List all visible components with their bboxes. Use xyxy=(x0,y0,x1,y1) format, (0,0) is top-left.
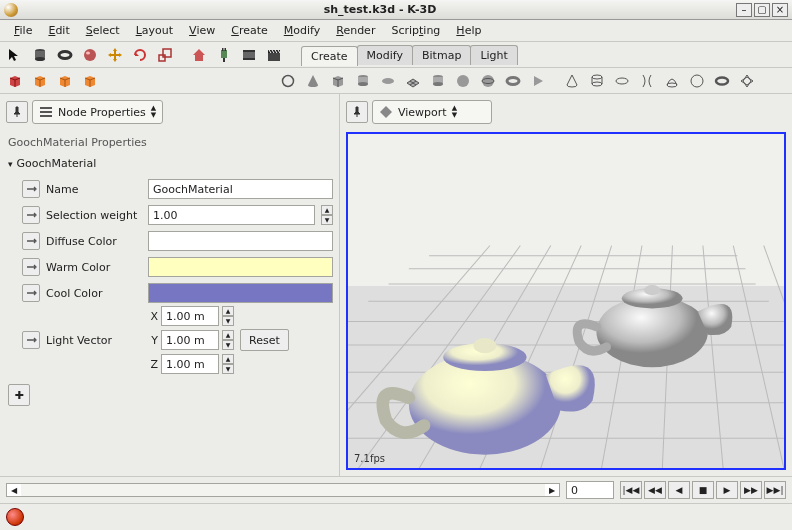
link-button[interactable] xyxy=(22,258,40,276)
viewport-dropdown[interactable]: Viewport ▲▼ xyxy=(372,100,492,124)
selection-weight-input[interactable] xyxy=(148,205,315,225)
prim-cylinder3-icon[interactable] xyxy=(586,70,608,92)
svg-point-60 xyxy=(644,285,660,295)
light-y-input[interactable] xyxy=(161,330,219,350)
diffuse-color-swatch[interactable] xyxy=(148,231,333,251)
prim-disk2-icon[interactable] xyxy=(611,70,633,92)
play-button[interactable]: ▶ xyxy=(716,481,738,499)
close-button[interactable]: × xyxy=(772,3,788,17)
menu-scripting[interactable]: Scripting xyxy=(383,22,448,39)
tab-create[interactable]: Create xyxy=(301,46,358,66)
current-frame-input[interactable] xyxy=(566,481,614,499)
pin-button[interactable] xyxy=(346,101,368,123)
link-button[interactable] xyxy=(22,232,40,250)
link-button[interactable] xyxy=(22,180,40,198)
link-button[interactable] xyxy=(22,206,40,224)
maximize-button[interactable]: ▢ xyxy=(754,3,770,17)
menu-view[interactable]: View xyxy=(181,22,223,39)
home-icon[interactable] xyxy=(188,44,210,66)
svg-point-63 xyxy=(473,338,496,353)
sphere-icon[interactable] xyxy=(79,44,101,66)
spin-down[interactable]: ▼ xyxy=(222,316,234,326)
prim-circle-icon[interactable] xyxy=(277,70,299,92)
tab-light[interactable]: Light xyxy=(470,45,517,65)
forward-end-button[interactable]: ▶▶| xyxy=(764,481,786,499)
menu-select[interactable]: Select xyxy=(78,22,128,39)
menu-layout[interactable]: Layout xyxy=(128,22,181,39)
reset-button[interactable]: Reset xyxy=(240,329,289,351)
menu-help[interactable]: Help xyxy=(448,22,489,39)
prim-cylinder-icon[interactable] xyxy=(352,70,374,92)
spin-up[interactable]: ▲ xyxy=(222,330,234,340)
record-button[interactable] xyxy=(6,508,24,526)
scroll-right-icon[interactable]: ▶ xyxy=(545,484,559,496)
prim-torus-icon[interactable] xyxy=(502,70,524,92)
name-input[interactable] xyxy=(148,179,333,199)
rotate-tool-icon[interactable] xyxy=(129,44,151,66)
prim-box-icon[interactable] xyxy=(327,70,349,92)
pin-button[interactable] xyxy=(6,101,28,123)
film-icon[interactable] xyxy=(238,44,260,66)
tree-node[interactable]: ▾ GoochMaterial xyxy=(8,157,333,170)
cube-orange-icon[interactable] xyxy=(29,70,51,92)
viewport-3d[interactable]: 7.1fps xyxy=(346,132,786,470)
prim-grid-icon[interactable] xyxy=(402,70,424,92)
cool-color-swatch[interactable] xyxy=(148,283,333,303)
menu-file[interactable]: File xyxy=(6,22,40,39)
spin-up[interactable]: ▲ xyxy=(321,205,333,215)
stop-button[interactable]: ■ xyxy=(692,481,714,499)
select-tool-icon[interactable] xyxy=(4,44,26,66)
plug-icon[interactable] xyxy=(213,44,235,66)
spin-up[interactable]: ▲ xyxy=(222,306,234,316)
menu-edit[interactable]: Edit xyxy=(40,22,77,39)
main-toolbar: Create Modify Bitmap Light xyxy=(0,42,792,68)
prim-cone2-icon[interactable] xyxy=(561,70,583,92)
play-back-button[interactable]: ◀ xyxy=(668,481,690,499)
svg-point-30 xyxy=(616,78,628,84)
svg-point-20 xyxy=(382,78,394,84)
prim-paraboloid-icon[interactable] xyxy=(661,70,683,92)
prim-cone-icon[interactable] xyxy=(302,70,324,92)
forward-button[interactable]: ▶▶ xyxy=(740,481,762,499)
prim-disk-icon[interactable] xyxy=(377,70,399,92)
move-tool-icon[interactable] xyxy=(104,44,126,66)
svg-point-2 xyxy=(35,57,45,61)
link-button[interactable] xyxy=(22,331,40,349)
tab-modify[interactable]: Modify xyxy=(357,45,413,65)
prim-cylinder2-icon[interactable] xyxy=(427,70,449,92)
cube-red-icon[interactable] xyxy=(4,70,26,92)
prim-torus2-icon[interactable] xyxy=(711,70,733,92)
menu-modify[interactable]: Modify xyxy=(276,22,328,39)
rewind-start-button[interactable]: |◀◀ xyxy=(620,481,642,499)
add-property-button[interactable]: ✚ xyxy=(8,384,30,406)
clapper-icon[interactable] xyxy=(263,44,285,66)
link-button[interactable] xyxy=(22,284,40,302)
scroll-left-icon[interactable]: ◀ xyxy=(7,484,21,496)
svg-point-32 xyxy=(691,75,703,87)
warm-color-swatch[interactable] xyxy=(148,257,333,277)
prim-sphere2-icon[interactable] xyxy=(477,70,499,92)
cube-orange2-icon[interactable] xyxy=(54,70,76,92)
prim-sphere3-icon[interactable] xyxy=(686,70,708,92)
cube-orange3-icon[interactable] xyxy=(79,70,101,92)
scale-tool-icon[interactable] xyxy=(154,44,176,66)
light-x-input[interactable] xyxy=(161,306,219,326)
prim-play-icon[interactable] xyxy=(527,70,549,92)
rewind-button[interactable]: ◀◀ xyxy=(644,481,666,499)
prim-hyperbola-icon[interactable] xyxy=(636,70,658,92)
menu-render[interactable]: Render xyxy=(328,22,383,39)
spin-down[interactable]: ▼ xyxy=(222,340,234,350)
tab-bitmap[interactable]: Bitmap xyxy=(412,45,471,65)
panel-type-dropdown[interactable]: Node Properties ▲▼ xyxy=(32,100,163,124)
cylinder-icon[interactable] xyxy=(29,44,51,66)
timeline-scroll[interactable]: ◀ ▶ xyxy=(6,483,560,497)
spin-down[interactable]: ▼ xyxy=(222,364,234,374)
menu-create[interactable]: Create xyxy=(223,22,276,39)
spin-up[interactable]: ▲ xyxy=(222,354,234,364)
torus-icon[interactable] xyxy=(54,44,76,66)
prim-sphere-icon[interactable] xyxy=(452,70,474,92)
prim-star-icon[interactable] xyxy=(736,70,758,92)
light-z-input[interactable] xyxy=(161,354,219,374)
spin-down[interactable]: ▼ xyxy=(321,215,333,225)
minimize-button[interactable]: – xyxy=(736,3,752,17)
